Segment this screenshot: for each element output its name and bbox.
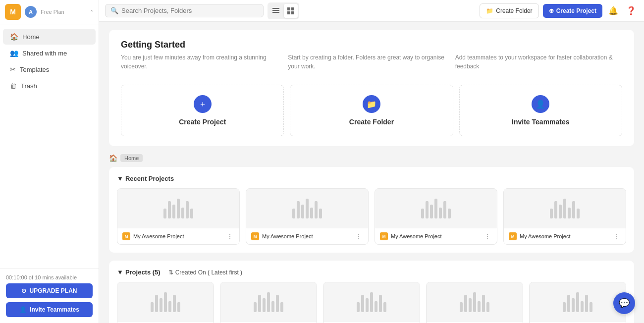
project-footer: M My Awesome Project ⋮ [117, 228, 239, 244]
breadcrumb: 🏠 Home [109, 154, 634, 162]
list-view-button[interactable] [269, 4, 283, 18]
project-card[interactable]: M My Awesome Project ⋮ [323, 282, 420, 323]
sidebar-bottom: 00:10:00 of 10 mins available ⊙ UPGRADE … [0, 268, 99, 323]
invite-label: Invite Teammates [30, 306, 79, 313]
project-card[interactable]: M My Awesome Project ⋮ [220, 282, 317, 323]
project-logo: M [251, 232, 259, 240]
recent-projects-header: ▼ Recent Projects [117, 175, 626, 182]
svg-rect-0 [272, 8, 279, 9]
recent-projects-title: ▼ Recent Projects [117, 175, 174, 182]
sidebar-header: M A Free Plan ⌃ [0, 0, 99, 24]
gs-create-folder-icon: 📁 [363, 95, 380, 113]
project-card[interactable]: M My Awesome Project ⋮ [529, 282, 626, 323]
all-projects-section: ▼ Projects (5) ⇅ Created On ( Latest fir… [109, 261, 634, 323]
gs-invite-icon: 👤 [532, 95, 549, 113]
breadcrumb-path: Home [120, 154, 143, 162]
gs-invite-teammates-card[interactable]: 👤 Invite Teammates [459, 85, 622, 136]
gs-create-folder-card[interactable]: 📁 Create Folder [290, 85, 453, 136]
sidebar-home-label: Home [22, 33, 40, 41]
create-project-label: Create Project [556, 7, 596, 14]
project-logo: M [380, 232, 388, 240]
projects-filter[interactable]: ⇅ Created On ( Latest first ) [168, 269, 242, 276]
project-menu-button[interactable]: ⋮ [483, 232, 492, 240]
sidebar-trash-label: Trash [21, 82, 37, 90]
create-folder-label: Create Folder [496, 7, 532, 14]
project-footer: M My Awesome Project ⋮ [375, 228, 497, 244]
project-name: My Awesome Project [520, 233, 609, 239]
project-name: My Awesome Project [133, 233, 222, 239]
getting-started-columns: You are just few minutes away from creat… [121, 53, 622, 77]
chat-bubble[interactable]: 💬 [613, 292, 635, 314]
trash-icon: 🗑 [10, 82, 17, 90]
project-card[interactable]: M My Awesome Project ⋮ [503, 188, 626, 245]
getting-started-section: Getting Started You are just few minutes… [109, 30, 634, 146]
create-folder-button[interactable]: 📁 Create Folder [480, 3, 538, 18]
project-logo: M [122, 232, 130, 240]
gs-create-folder-label: Create Folder [349, 118, 394, 126]
sidebar-shared-label: Shared with me [22, 50, 67, 57]
upgrade-button[interactable]: ⊙ UPGRADE PLAN [6, 283, 93, 298]
sidebar-item-templates[interactable]: ✂ Templates [3, 61, 96, 77]
project-card[interactable]: M My Awesome Project ⋮ [246, 188, 369, 245]
main-area: 🔍 📁 Create Folder ⊕ Create Project 🔔 ❓ G… [99, 0, 644, 323]
project-menu-button[interactable]: ⋮ [225, 232, 234, 240]
sidebar-templates-label: Templates [20, 66, 49, 73]
sidebar: M A Free Plan ⌃ 🏠 Home 👥 Shared with me … [0, 0, 99, 323]
help-button[interactable]: ❓ [624, 4, 638, 17]
plus-circle-icon: ⊕ [549, 7, 554, 14]
project-thumbnail [117, 282, 214, 322]
project-thumbnail [246, 189, 368, 228]
search-wrapper: 🔍 [105, 4, 264, 17]
svg-rect-3 [287, 7, 290, 10]
project-card[interactable]: M My Awesome Project ⋮ [117, 282, 214, 323]
gs-create-project-label: Create Project [179, 118, 226, 126]
app-logo: M [5, 4, 21, 20]
user-avatar[interactable]: A [25, 6, 37, 18]
templates-icon: ✂ [10, 65, 16, 73]
gs-col-1-text: You are just few minutes away from creat… [121, 54, 267, 70]
svg-rect-1 [272, 10, 279, 11]
project-thumbnail [117, 189, 239, 228]
project-name: My Awesome Project [262, 233, 351, 239]
shared-icon: 👥 [10, 49, 18, 57]
project-card[interactable]: M My Awesome Project ⋮ [117, 188, 240, 245]
invite-teammates-sidebar-button[interactable]: 👤 Invite Teammates [6, 302, 93, 317]
chevron-down-icon-2: ▼ [117, 269, 123, 276]
create-project-button[interactable]: ⊕ Create Project [543, 4, 602, 18]
project-thumbnail [323, 282, 420, 322]
filter-icon: ⇅ [168, 269, 173, 276]
upgrade-icon: ⊙ [21, 287, 26, 294]
search-input[interactable] [121, 4, 258, 17]
project-thumbnail [220, 282, 317, 322]
project-logo: M [509, 232, 517, 240]
content: Getting Started You are just few minutes… [99, 22, 644, 323]
gs-col-2: Start by creating a folder. Folders are … [288, 53, 455, 77]
chevron-down-icon: ▼ [117, 175, 123, 182]
folder-icon: 📁 [486, 7, 493, 14]
project-footer: M My Awesome Project ⋮ [246, 228, 368, 244]
gs-col-3-text: Add teammates to your workspace for fast… [455, 54, 613, 70]
project-menu-button[interactable]: ⋮ [354, 232, 363, 240]
search-icon: 🔍 [110, 7, 118, 14]
recent-projects-section: ▼ Recent Projects M My Awesome Project ⋮… [109, 167, 634, 253]
project-thumbnail [530, 282, 626, 322]
gs-create-project-card[interactable]: ＋ Create Project [121, 85, 284, 136]
svg-rect-2 [272, 12, 279, 13]
usage-text: 00:10:00 of 10 mins available [6, 274, 93, 280]
gs-col-3: Add teammates to your workspace for fast… [455, 53, 622, 77]
project-thumbnail [504, 189, 626, 228]
all-projects-header: ▼ Projects (5) ⇅ Created On ( Latest fir… [117, 269, 626, 276]
sidebar-item-home[interactable]: 🏠 Home [3, 29, 96, 45]
getting-started-actions: ＋ Create Project 📁 Create Folder 👤 Invit… [121, 85, 622, 136]
project-menu-button[interactable]: ⋮ [612, 232, 621, 240]
sidebar-item-shared[interactable]: 👥 Shared with me [3, 45, 96, 61]
invite-icon: 👤 [19, 306, 27, 313]
upgrade-label: UPGRADE PLAN [29, 287, 77, 294]
home-icon: 🏠 [10, 33, 18, 41]
grid-view-button[interactable] [284, 4, 298, 18]
project-card[interactable]: M My Awesome Project ⋮ [375, 188, 497, 245]
notifications-button[interactable]: 🔔 [606, 4, 620, 17]
project-card[interactable]: M My Awesome Project ⋮ [426, 282, 523, 323]
sidebar-item-trash[interactable]: 🗑 Trash [3, 78, 96, 94]
getting-started-title: Getting Started [121, 40, 622, 50]
